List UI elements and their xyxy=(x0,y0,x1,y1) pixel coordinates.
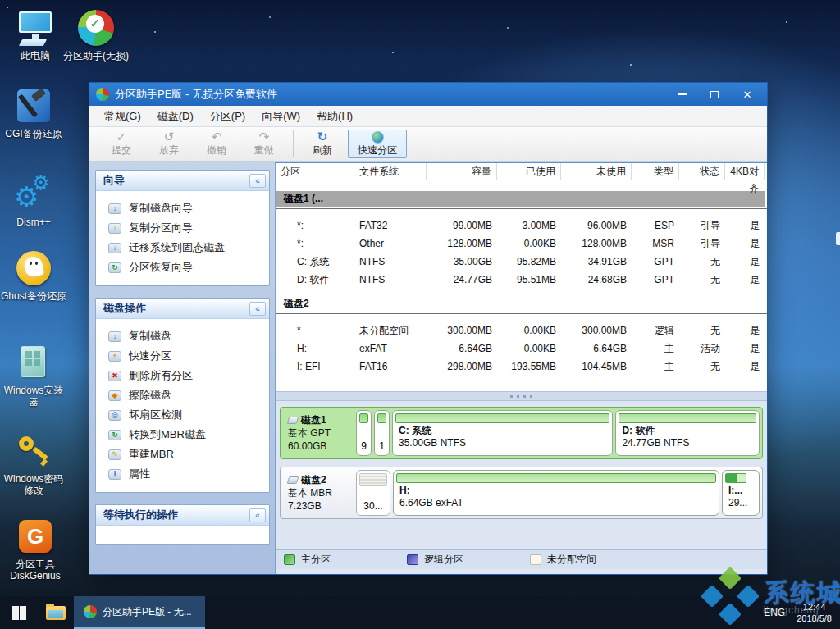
close-button[interactable]: ✕ xyxy=(731,84,764,104)
undo-button[interactable]: ↶ 撤销 xyxy=(193,127,240,161)
disk1-c-partition-block[interactable]: C: 系统35.00GB NTFS xyxy=(392,410,613,456)
desktop-icon-this-pc[interactable]: 此电脑 xyxy=(2,8,69,62)
column-header[interactable]: 已使用 xyxy=(497,163,561,180)
partition-table: 分区 文件系统 容量 已使用 未使用 类型 状态 4KB对齐 磁盘1 (... xyxy=(276,163,767,391)
clock-time: 12:44 xyxy=(797,601,832,613)
sidebar-item-copy-disk-wizard[interactable]: ↓ 复制磁盘向导 xyxy=(99,198,266,218)
column-header[interactable]: 分区 xyxy=(276,163,354,180)
desktop-icon-label: 分区工具DiskGenius xyxy=(2,558,69,581)
column-header[interactable]: 状态 xyxy=(679,163,725,180)
disk1-label: 磁盘1 基本 GPT 60.00GB xyxy=(283,410,354,456)
quick-partition-button[interactable]: 快速分区 xyxy=(348,130,407,158)
usage-indicator xyxy=(377,413,386,423)
column-header[interactable]: 4KB对齐 xyxy=(725,163,765,180)
collapse-chevron-icon[interactable]: « xyxy=(249,508,266,522)
menu-disk[interactable]: 磁盘(D) xyxy=(149,107,202,126)
menu-general[interactable]: 常规(G) xyxy=(96,107,149,126)
sidebar-item-partition-recovery-wizard[interactable]: ↻ 分区恢复向导 xyxy=(99,258,266,277)
pending-operations-panel: 等待执行的操作 « xyxy=(95,504,270,545)
sidebar-item-quick-partition[interactable]: ⚡ 快速分区 xyxy=(99,346,266,366)
column-header[interactable]: 容量 xyxy=(427,163,497,180)
table-header: 分区 文件系统 容量 已使用 未使用 类型 状态 4KB对齐 xyxy=(276,163,767,180)
commit-button[interactable]: ✓ 提交 xyxy=(98,127,145,161)
taskbar-clock[interactable]: 12:44 2018/5/8 xyxy=(793,601,840,624)
redo-button[interactable]: ↷ 重做 xyxy=(240,127,288,161)
disk1-group-header[interactable]: 磁盘1 (... xyxy=(276,191,765,207)
panel-title: 向导 xyxy=(103,173,125,188)
collapse-chevron-icon[interactable]: « xyxy=(249,174,266,188)
toolbar-separator xyxy=(293,130,294,157)
disk1-msr-partition-block[interactable]: 1 xyxy=(374,410,390,456)
sidebar-item-copy-partition-wizard[interactable]: ↓ 复制分区向导 xyxy=(99,218,266,238)
sidebar-item-rebuild-mbr[interactable]: ✎ 重建MBR xyxy=(99,444,266,464)
desktop-icon-label: Dism++ xyxy=(0,217,67,228)
disk2-group-header[interactable]: 磁盘2 xyxy=(276,296,767,312)
sidebar-item-bad-sector-test[interactable]: ◎ 坏扇区检测 xyxy=(99,405,266,425)
desktop-icon-windows-password[interactable]: Windows密码修改 xyxy=(0,431,67,496)
menu-wizard[interactable]: 向导(W) xyxy=(253,107,308,126)
desktop-icon-ghost-backup[interactable]: Ghost备份还原 xyxy=(0,248,67,302)
menu-partition[interactable]: 分区(P) xyxy=(202,107,253,126)
discard-button[interactable]: ↺ 放弃 xyxy=(145,127,193,161)
sidebar-item-properties[interactable]: i 属性 xyxy=(99,464,266,484)
table-row[interactable]: D: 软件 NTFS 24.77GB 95.51MB 24.68GB GPT 无… xyxy=(276,271,767,289)
refresh-button[interactable]: ↻ 刷新 xyxy=(299,127,346,161)
disk1-d-partition-block[interactable]: D: 软件24.77GB NTFS xyxy=(615,410,760,456)
disk2-unallocated-block[interactable]: 30... xyxy=(356,470,390,516)
pending-operations-list[interactable] xyxy=(96,526,269,544)
legend-primary: 主分区 xyxy=(284,553,407,567)
taskbar-app-partition-assistant[interactable]: 分区助手PE版 - 无... xyxy=(74,596,205,629)
legend-unallocated: 未分配空间 xyxy=(530,553,653,567)
minimize-button[interactable] xyxy=(665,84,698,104)
discard-icon: ↺ xyxy=(164,130,175,144)
desktop-icon-dism[interactable]: ⚙⚙ Dism++ xyxy=(0,175,67,228)
disk1-map-row[interactable]: 磁盘1 基本 GPT 60.00GB 9 1 xyxy=(280,407,763,459)
column-header[interactable]: 未使用 xyxy=(561,163,632,180)
sidebar-item-convert-to-mbr[interactable]: ↻ 转换到MBR磁盘 xyxy=(99,425,266,444)
language-indicator[interactable]: ENG xyxy=(756,596,793,629)
diskgenius-icon xyxy=(16,517,55,556)
desktop-icon-cgi-backup[interactable]: CGI备份还原 xyxy=(0,86,67,139)
window-title: 分区助手PE版 - 无损分区免费软件 xyxy=(115,87,665,102)
sidebar-item-wipe-disk[interactable]: ◆ 擦除磁盘 xyxy=(99,385,266,405)
maximize-button[interactable] xyxy=(698,84,731,104)
start-button[interactable] xyxy=(0,596,38,629)
panel-header: 磁盘操作 « xyxy=(96,299,269,319)
collapse-chevron-icon[interactable]: « xyxy=(249,302,266,316)
usage-indicator xyxy=(395,413,609,423)
disk1-esp-partition-block[interactable]: 9 xyxy=(356,410,372,456)
table-row[interactable]: C: 系统 NTFS 35.00GB 95.82MB 34.91GB GPT 无… xyxy=(276,253,767,271)
desktop-icon-diskgenius[interactable]: 分区工具DiskGenius xyxy=(2,517,69,581)
column-header[interactable]: 类型 xyxy=(632,163,679,180)
app-icon xyxy=(96,88,109,101)
desktop-icon-label: CGI备份还原 xyxy=(0,128,67,139)
table-row[interactable]: *: Other 128.00MB 0.00KB 128.00MB MSR 引导… xyxy=(276,235,767,253)
table-row[interactable]: H: exFAT 6.64GB 0.00KB 6.64GB 主 活动 是 xyxy=(276,340,767,358)
recovery-wizard-icon: ↻ xyxy=(108,262,121,273)
group-divider xyxy=(276,313,767,314)
sidebar-item-delete-all-partitions[interactable]: ✖ 删除所有分区 xyxy=(99,366,266,385)
title-bar[interactable]: 分区助手PE版 - 无损分区免费软件 ✕ xyxy=(89,83,767,106)
sidebar-item-migrate-os-ssd[interactable]: ↓ 迁移系统到固态磁盘 xyxy=(99,238,266,258)
taskbar-app-label: 分区助手PE版 - 无... xyxy=(103,605,192,619)
disk2-i-partition-block[interactable]: I:...29... xyxy=(722,470,760,516)
column-header[interactable]: 文件系统 xyxy=(354,163,427,180)
delete-partitions-icon: ✖ xyxy=(108,371,121,381)
splitter-handle[interactable] xyxy=(276,391,767,401)
copy-disk-wizard-icon: ↓ xyxy=(108,203,121,214)
table-row[interactable]: * 未分配空间 300.00MB 0.00KB 300.00MB 逻辑 无 是 xyxy=(276,321,767,340)
panel-header: 向导 « xyxy=(96,171,269,191)
desktop: 此电脑 ✓ 分区助手(无损) CGI备份还原 ⚙⚙ Dism++ Ghost备份… xyxy=(0,0,840,629)
disk2-h-partition-block[interactable]: H:6.64GB exFAT xyxy=(393,470,719,516)
file-explorer-button[interactable] xyxy=(38,596,74,629)
table-row[interactable]: I: EFI FAT16 298.00MB 193.55MB 104.45MB … xyxy=(276,358,767,376)
sidebar-item-copy-disk[interactable]: ↓ 复制磁盘 xyxy=(99,326,266,346)
disk2-map-row[interactable]: 磁盘2 基本 MBR 7.23GB 30... H:6.64GB exFAT xyxy=(280,467,763,519)
clock-date: 2018/5/8 xyxy=(797,613,832,624)
menu-help[interactable]: 帮助(H) xyxy=(308,107,361,126)
desktop-icon-partition-assistant[interactable]: ✓ 分区助手(无损) xyxy=(62,8,130,62)
desktop-icon-windows-installer[interactable]: Windows安装器 xyxy=(0,343,67,408)
copy-partition-wizard-icon: ↓ xyxy=(108,223,121,234)
gears-icon: ⚙⚙ xyxy=(14,175,53,214)
table-row[interactable]: *: FAT32 99.00MB 3.00MB 96.00MB ESP 引导 是 xyxy=(276,217,767,235)
